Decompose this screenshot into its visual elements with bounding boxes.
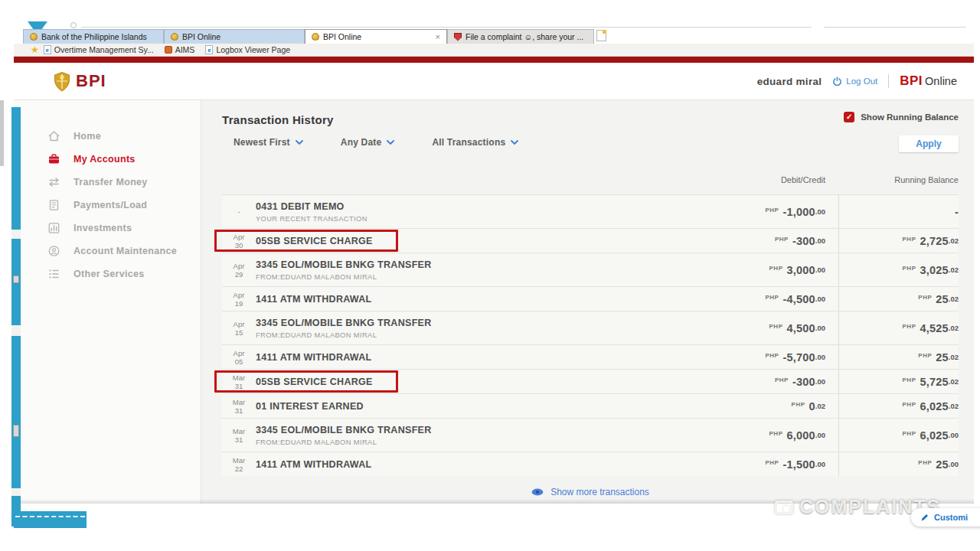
transaction-row[interactable]: Apr19 1411 ATM WITHDRAWAL PHP-4,500.00 P… <box>222 286 959 311</box>
background-chip <box>13 276 19 283</box>
transfer-icon <box>47 176 60 188</box>
close-icon[interactable]: × <box>436 32 440 41</box>
transaction-history-panel: Transaction History Newest First Any Dat… <box>201 100 974 504</box>
customize-button[interactable]: Customi <box>911 508 980 527</box>
background-teal-panel <box>11 107 21 527</box>
transaction-balance: PHP6,025.00 <box>839 419 959 452</box>
browser-tab-strip: Bank of the Philippine Islands BPI Onlin… <box>23 29 606 44</box>
header-divider <box>888 74 889 88</box>
new-tab-icon[interactable] <box>596 30 606 41</box>
transaction-balance: - <box>839 195 959 228</box>
transaction-description: 1411 ATM WITHDRAWAL <box>256 287 710 311</box>
transaction-date: Mar22 <box>222 452 256 476</box>
transaction-date: Apr15 <box>222 311 256 344</box>
home-icon <box>47 130 60 142</box>
tab-bank-of-philippine-islands[interactable]: Bank of the Philippine Islands <box>23 29 164 44</box>
tab-label: Bank of the Philippine Islands <box>41 32 147 41</box>
sidebar-item-other-services[interactable]: Other Services <box>14 262 201 285</box>
sidebar-nav: Home My Accounts Transfer Money Payments… <box>14 100 201 504</box>
show-running-balance-toggle[interactable]: ✓ Show Running Balance <box>844 112 959 122</box>
briefcase-icon <box>47 153 60 165</box>
bpi-favicon-icon <box>171 33 178 41</box>
transaction-balance: PHP6,025.02 <box>839 394 959 418</box>
site-header: BPI eduard miral Log Out BPI Online <box>14 63 974 100</box>
bookmark-logbox[interactable]: e Logbox Viewer Page <box>205 45 290 54</box>
sidebar-item-account-maintenance[interactable]: Account Maintenance <box>14 240 201 262</box>
transaction-description: 3345 EOL/MOBILE BNKG TRANSFER FROM:EDUAR… <box>256 311 710 344</box>
background-chip <box>13 425 19 437</box>
ring-icon <box>70 22 77 28</box>
transaction-table: Debit/Credit Running Balance - 0431 DEBI… <box>222 174 959 497</box>
background-teal-bar <box>14 511 87 528</box>
transaction-row[interactable]: Apr30 05SB SERVICE CHARGE PHP-300.00 PHP… <box>222 228 959 253</box>
aims-icon <box>165 46 172 54</box>
tab-bpi-online-1[interactable]: BPI Online <box>164 29 305 44</box>
background-window-edge <box>824 27 966 28</box>
bpi-online-brand: BPI Online <box>900 73 957 89</box>
transaction-balance: PHP3,025.02 <box>839 253 959 286</box>
background-scrollbar <box>0 100 4 166</box>
page-title: Transaction History <box>222 113 334 126</box>
show-more-transactions-link[interactable]: Show more transactions <box>222 487 959 497</box>
page-content: Home My Accounts Transfer Money Payments… <box>14 100 974 504</box>
tab-label: BPI Online <box>182 32 220 41</box>
services-icon <box>47 268 60 280</box>
transaction-description: 3345 EOL/MOBILE BNKG TRANSFER FROM:EDUAR… <box>256 419 710 452</box>
account-icon <box>47 245 60 257</box>
transaction-description: 01 INTEREST EARNED <box>256 394 710 418</box>
chevron-down-icon <box>387 140 394 145</box>
transaction-amount: PHP0.02 <box>710 394 825 418</box>
bookmarks-bar: ★ e Overtime Management Sy... AIMS e Log… <box>14 44 974 57</box>
transaction-row[interactable]: Mar31 05SB SERVICE CHARGE PHP-300.00 PHP… <box>222 369 959 393</box>
transaction-date: Apr29 <box>222 253 256 286</box>
transaction-row[interactable]: Mar31 01 INTEREST EARNED PHP0.02 PHP6,02… <box>222 393 959 418</box>
tab-file-a-complaint[interactable]: File a complaint ☺, share your ... <box>447 29 594 44</box>
tab-bpi-online-active[interactable]: BPI Online × <box>305 29 447 44</box>
bookmark-aims[interactable]: AIMS <box>165 45 195 54</box>
sort-filter-dropdown[interactable]: Newest First <box>234 137 303 148</box>
transaction-description: 0431 DEBIT MEMO YOUR RECENT TRANSACTION <box>256 195 710 228</box>
logo-text: BPI <box>76 71 106 91</box>
transaction-balance: PHP25.00 <box>839 452 959 476</box>
transaction-row[interactable]: Apr05 1411 ATM WITHDRAWAL PHP-5,700.00 P… <box>222 344 959 369</box>
logout-button[interactable]: Log Out <box>832 77 877 86</box>
sidebar-item-transfer-money[interactable]: Transfer Money <box>14 171 201 194</box>
transaction-date: Apr05 <box>222 345 256 369</box>
bpi-logo[interactable]: BPI <box>52 70 106 92</box>
transaction-description: 05SB SERVICE CHARGE <box>256 229 710 253</box>
type-filter-dropdown[interactable]: All Transactions <box>432 137 518 148</box>
transaction-amount: PHP-4,500.00 <box>710 287 825 311</box>
red-accent-bar <box>14 57 974 63</box>
transaction-balance: PHP2,725.02 <box>839 229 959 253</box>
sidebar-item-payments-load[interactable]: Payments/Load <box>14 194 201 217</box>
bookmark-overtime[interactable]: e Overtime Management Sy... <box>44 45 154 54</box>
filter-bar: Newest First Any Date All Transactions <box>234 137 556 148</box>
star-icon[interactable]: ★ <box>31 46 39 54</box>
dashed-selection <box>15 516 85 517</box>
table-header-row: Debit/Credit Running Balance <box>222 174 959 186</box>
checkbox-checked-icon[interactable]: ✓ <box>844 112 854 122</box>
transaction-row[interactable]: Apr15 3345 EOL/MOBILE BNKG TRANSFER FROM… <box>222 311 959 344</box>
payments-icon <box>47 199 60 211</box>
apply-button[interactable]: Apply <box>899 135 959 152</box>
sidebar-item-home[interactable]: Home <box>14 125 201 148</box>
bottom-strip <box>14 504 974 528</box>
transaction-description: 3345 EOL/MOBILE BNKG TRANSFER FROM:EDUAR… <box>256 253 710 286</box>
date-filter-dropdown[interactable]: Any Date <box>341 137 395 148</box>
sidebar-item-my-accounts[interactable]: My Accounts <box>14 148 201 171</box>
transaction-description: 05SB SERVICE CHARGE <box>256 370 710 393</box>
transaction-row[interactable]: Apr29 3345 EOL/MOBILE BNKG TRANSFER FROM… <box>222 253 959 286</box>
transaction-row[interactable]: Mar22 1411 ATM WITHDRAWAL PHP-1,500.00 P… <box>222 452 959 476</box>
user-name: eduard miral <box>757 76 822 87</box>
pencil-icon <box>920 513 929 522</box>
column-header-running-balance: Running Balance <box>839 175 959 184</box>
bpi-favicon-icon <box>30 33 38 41</box>
transaction-date: - <box>222 195 256 228</box>
transaction-row[interactable]: - 0431 DEBIT MEMO YOUR RECENT TRANSACTIO… <box>222 194 959 228</box>
sidebar-item-investments[interactable]: Investments <box>14 217 201 240</box>
transaction-amount: PHP-1,000.00 <box>710 195 825 228</box>
transaction-date: Apr30 <box>222 229 256 253</box>
transaction-row[interactable]: Mar31 3345 EOL/MOBILE BNKG TRANSFER FROM… <box>222 418 959 452</box>
funnel-icon <box>28 21 47 29</box>
transaction-balance: PHP5,725.02 <box>839 370 959 393</box>
